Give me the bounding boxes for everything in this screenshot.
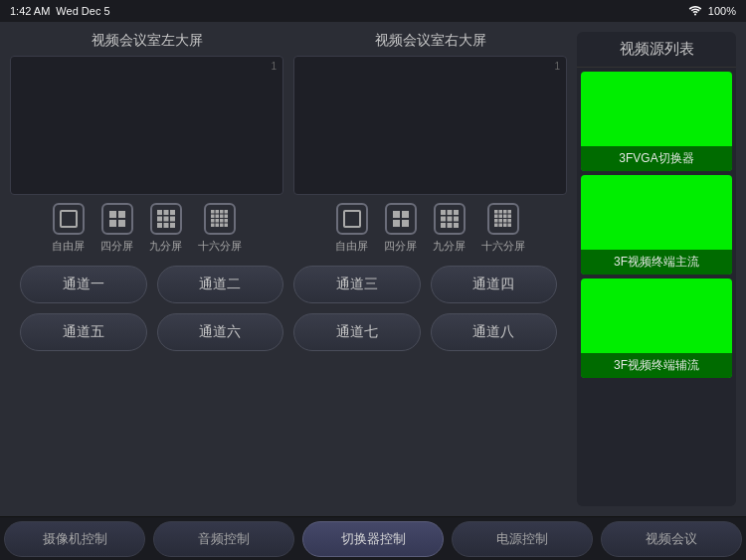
svg-rect-15	[216, 210, 220, 214]
svg-rect-38	[441, 217, 446, 222]
left-nine-label: 九分屏	[149, 239, 182, 254]
svg-rect-10	[170, 217, 175, 222]
svg-rect-37	[454, 210, 459, 215]
source-item-1[interactable]: 3F视频终端主流	[581, 175, 732, 275]
svg-rect-49	[499, 215, 503, 219]
svg-rect-0	[61, 211, 77, 227]
svg-rect-21	[225, 215, 229, 219]
svg-rect-28	[220, 224, 224, 228]
right-single-label: 自由屏	[335, 239, 368, 254]
screens-row: 视频会议室左大屏 1 自由屏	[10, 32, 567, 254]
tab-camera-control[interactable]: 摄像机控制	[4, 521, 145, 557]
tab-audio-control[interactable]: 音频控制	[153, 521, 294, 557]
right-screen-title: 视频会议室右大屏	[375, 32, 486, 50]
right-nine-label: 九分屏	[433, 239, 466, 254]
svg-rect-32	[402, 211, 409, 218]
channel-btn-8[interactable]: 通道八	[431, 313, 558, 351]
status-left: 1:42 AM Wed Dec 5	[10, 5, 110, 17]
svg-rect-52	[494, 219, 498, 223]
channel-btn-2[interactable]: 通道二	[157, 266, 284, 303]
svg-rect-17	[225, 210, 229, 214]
left-view-sixteen[interactable]: 十六分屏	[198, 203, 242, 254]
source-item-label-1: 3F视频终端主流	[581, 250, 732, 275]
left-nine-icon	[150, 203, 182, 235]
svg-rect-5	[157, 210, 162, 215]
svg-rect-58	[503, 224, 507, 228]
svg-rect-23	[216, 219, 220, 223]
svg-rect-43	[454, 223, 459, 228]
svg-rect-50	[503, 215, 507, 219]
right-view-quad[interactable]: 四分屏	[384, 203, 417, 254]
left-screen-display[interactable]: 1	[10, 56, 283, 195]
status-bar: 1:42 AM Wed Dec 5 100%	[0, 0, 746, 22]
source-item-2[interactable]: 3F视频终端辅流	[581, 279, 732, 378]
svg-rect-16	[220, 210, 224, 214]
left-screen-title: 视频会议室左大屏	[92, 32, 203, 50]
source-item-label-0: 3FVGA切换器	[581, 146, 732, 171]
svg-rect-42	[447, 223, 452, 228]
svg-rect-48	[494, 215, 498, 219]
status-time: 1:42 AM	[10, 5, 50, 17]
svg-rect-18	[211, 215, 215, 219]
left-view-nine[interactable]: 九分屏	[149, 203, 182, 254]
svg-rect-45	[499, 210, 503, 214]
right-panel: 视频源列表 3FVGA切换器 3F视频终端主流 3F视频终端辅流	[577, 32, 736, 506]
right-quad-icon	[385, 203, 417, 235]
status-date: Wed Dec 5	[56, 5, 109, 17]
tab-power-control[interactable]: 电源控制	[452, 521, 593, 557]
channel-btn-1[interactable]: 通道一	[20, 266, 147, 303]
right-screen-display[interactable]: 1	[293, 56, 567, 195]
svg-rect-57	[499, 224, 503, 228]
tab-switch-control[interactable]: 切换器控制	[302, 521, 444, 557]
right-sixteen-icon	[487, 203, 519, 235]
svg-rect-55	[508, 219, 512, 223]
left-single-label: 自由屏	[52, 239, 85, 254]
svg-rect-6	[163, 210, 168, 215]
svg-rect-19	[216, 215, 220, 219]
channel-btn-5[interactable]: 通道五	[20, 313, 147, 351]
left-screen-number: 1	[271, 61, 277, 72]
svg-rect-11	[157, 223, 162, 228]
right-nine-icon	[434, 203, 466, 235]
right-view-nine[interactable]: 九分屏	[433, 203, 466, 254]
left-view-single[interactable]: 自由屏	[52, 203, 85, 254]
wifi-icon	[688, 4, 702, 18]
svg-rect-13	[170, 223, 175, 228]
svg-rect-24	[220, 219, 224, 223]
right-quad-label: 四分屏	[384, 239, 417, 254]
svg-rect-46	[503, 210, 507, 214]
svg-rect-29	[225, 224, 229, 228]
left-view-modes: 自由屏 四分屏	[52, 203, 242, 254]
svg-rect-54	[503, 219, 507, 223]
svg-rect-53	[499, 219, 503, 223]
right-view-sixteen[interactable]: 十六分屏	[481, 203, 525, 254]
svg-rect-1	[109, 211, 116, 218]
svg-rect-25	[225, 219, 229, 223]
svg-rect-27	[216, 224, 220, 228]
svg-rect-8	[157, 217, 162, 222]
right-single-icon	[336, 203, 368, 235]
svg-rect-7	[170, 210, 175, 215]
svg-rect-2	[118, 211, 125, 218]
channel-btn-3[interactable]: 通道三	[293, 266, 421, 303]
channel-btn-7[interactable]: 通道七	[293, 313, 421, 351]
svg-rect-44	[494, 210, 498, 214]
left-view-quad[interactable]: 四分屏	[100, 203, 133, 254]
right-view-single[interactable]: 自由屏	[335, 203, 368, 254]
svg-rect-30	[344, 211, 360, 227]
channel-btn-6[interactable]: 通道六	[157, 313, 284, 351]
channels-section: 通道一 通道二 通道三 通道四 通道五 通道六 通道七 通道八	[10, 266, 567, 351]
svg-rect-51	[508, 215, 512, 219]
svg-rect-31	[393, 211, 400, 218]
svg-rect-40	[454, 217, 459, 222]
source-item-0[interactable]: 3FVGA切换器	[581, 72, 732, 171]
right-sixteen-label: 十六分屏	[481, 239, 525, 254]
tab-video-conference[interactable]: 视频会议	[601, 521, 742, 557]
content-area: 视频会议室左大屏 1 自由屏	[10, 32, 567, 506]
right-screen-number: 1	[554, 61, 560, 72]
tab-bar: 摄像机控制 音频控制 切换器控制 电源控制 视频会议	[0, 516, 746, 560]
left-screen-panel: 视频会议室左大屏 1 自由屏	[10, 32, 283, 254]
status-right: 100%	[688, 4, 736, 18]
left-single-icon	[53, 203, 85, 235]
channel-btn-4[interactable]: 通道四	[431, 266, 558, 303]
